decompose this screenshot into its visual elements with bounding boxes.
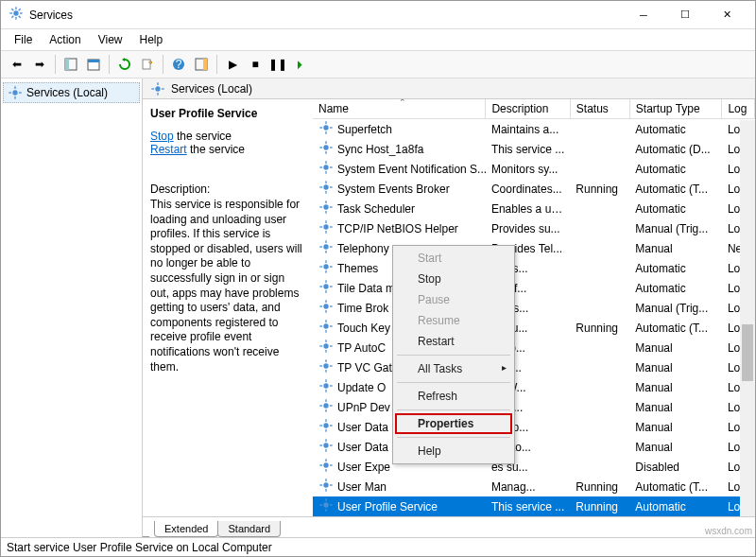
gear-icon	[318, 120, 334, 138]
service-name: User Man	[337, 480, 387, 494]
table-row[interactable]: Sync Host_1a8faThis service ...Automatic…	[313, 139, 755, 159]
menubar: File Action View Help	[1, 29, 755, 50]
table-row[interactable]: Task SchedulerEnables a us...AutomaticLo…	[313, 199, 755, 218]
forward-button[interactable]: ➡	[29, 54, 50, 75]
gear-icon	[318, 378, 334, 396]
svg-point-73	[323, 304, 328, 308]
table-row[interactable]: TP AutoCint .p...ManualLoc	[313, 338, 755, 357]
menu-action[interactable]: Action	[42, 31, 88, 48]
table-row[interactable]: System Event Notification S...Monitors s…	[313, 159, 755, 179]
service-status	[570, 139, 629, 159]
gear-icon	[318, 279, 334, 297]
service-name: Touch Key	[337, 322, 390, 335]
table-row[interactable]: Time Broknates...Manual (Trig...Loc	[313, 298, 755, 318]
context-menu-restart[interactable]: Restart	[395, 331, 512, 352]
col-startup[interactable]: Startup Type	[629, 99, 722, 119]
svg-point-43	[323, 184, 328, 189]
svg-point-18	[12, 90, 17, 95]
context-menu-refresh[interactable]: Refresh	[395, 386, 512, 407]
service-status	[570, 397, 629, 417]
svg-text:?: ?	[176, 58, 182, 71]
context-menu-help[interactable]: Help	[395, 441, 512, 461]
tab-standard[interactable]: Standard	[217, 521, 281, 537]
close-button[interactable]: ✕	[706, 2, 747, 28]
pause-service-button[interactable]: ❚❚	[267, 54, 288, 75]
menu-help[interactable]: Help	[132, 31, 171, 48]
table-row[interactable]: Tile Data mrver f...AutomaticLoc	[313, 278, 755, 298]
start-service-button[interactable]: ▶	[222, 54, 243, 75]
service-name: Superfetch	[337, 123, 392, 136]
table-row[interactable]: User Profile ServiceThis service ...Runn…	[313, 496, 755, 516]
stop-service-button[interactable]: ■	[245, 54, 266, 75]
table-row[interactable]: System Events BrokerCoordinates...Runnin…	[313, 179, 755, 199]
table-row[interactable]: SuperfetchMaintains a...AutomaticLoc	[313, 119, 755, 140]
gear-icon	[318, 497, 334, 515]
table-row[interactable]: TP VC Gatint c...ManualLoc	[313, 357, 755, 377]
service-status: Running	[570, 477, 629, 496]
show-hide-tree-button[interactable]	[60, 54, 81, 75]
svg-point-53	[323, 224, 328, 229]
service-status: Running	[570, 496, 629, 516]
col-logon[interactable]: Log	[722, 99, 755, 119]
table-row[interactable]: User Dataes ap...ManualLoc	[313, 417, 755, 437]
properties-toolbar-button[interactable]	[83, 54, 104, 75]
service-status	[570, 218, 629, 238]
service-status	[570, 377, 629, 397]
help-toolbar-button[interactable]: ?	[168, 54, 189, 75]
table-row[interactable]: TelephonyProvides Tel...ManualNet	[313, 238, 755, 258]
menu-view[interactable]: View	[91, 31, 130, 48]
table-row[interactable]: Themeses us...AutomaticLoc	[313, 258, 755, 278]
back-button[interactable]: ⬅	[7, 54, 27, 75]
refresh-button[interactable]	[114, 54, 135, 75]
svg-point-68	[323, 284, 328, 288]
table-row[interactable]: User ManManag...RunningAutomatic (T...Lo…	[313, 477, 755, 496]
service-name: System Events Broker	[337, 183, 450, 196]
service-startup: Manual	[629, 377, 722, 397]
context-menu-properties[interactable]: Properties	[395, 413, 512, 434]
gear-icon	[318, 299, 334, 317]
restart-link[interactable]: Restart	[150, 143, 187, 156]
col-name[interactable]: Name	[313, 99, 486, 119]
stop-link[interactable]: Stop	[150, 130, 174, 143]
svg-point-93	[323, 383, 328, 388]
svg-rect-13	[143, 60, 150, 69]
svg-point-98	[323, 403, 328, 408]
table-row[interactable]: Update Oes W...ManualLoc	[313, 377, 755, 397]
titlebar[interactable]: Services ─ ☐ ✕	[1, 1, 755, 29]
services-window: Services ─ ☐ ✕ File Action View Help ⬅ ➡…	[0, 0, 756, 557]
tree-root-item[interactable]: Services (Local)	[3, 82, 140, 103]
description-text: This service is responsible for loading …	[150, 198, 305, 374]
gear-icon	[318, 259, 334, 277]
action-pane-button[interactable]	[191, 54, 212, 75]
service-status	[570, 437, 629, 457]
table-row[interactable]: User Expees su...DisabledLoc	[313, 457, 755, 477]
scrollbar-thumb[interactable]	[742, 324, 753, 381]
minimize-button[interactable]: ─	[623, 2, 664, 28]
vertical-scrollbar[interactable]	[740, 120, 755, 516]
panel-title: Services (Local)	[171, 82, 252, 96]
gear-icon	[318, 438, 334, 456]
col-status[interactable]: Status	[570, 99, 629, 119]
watermark: wsxdn.com	[705, 526, 752, 536]
table-row[interactable]: UPnP DevUPn...ManualLoc	[313, 397, 755, 417]
context-menu-all-tasks[interactable]: All Tasks	[395, 358, 512, 379]
tab-extended[interactable]: Extended	[154, 521, 218, 537]
service-list: Name Description Status Startup Type Log…	[313, 99, 755, 516]
menu-file[interactable]: File	[7, 31, 40, 48]
col-description[interactable]: Description	[486, 99, 570, 119]
service-desc: Manag...	[486, 477, 570, 496]
table-row[interactable]: TCP/IP NetBIOS HelperProvides su...Manua…	[313, 218, 755, 238]
service-name: TCP/IP NetBIOS Helper	[337, 222, 458, 235]
service-startup: Automatic	[629, 278, 722, 298]
export-button[interactable]	[137, 54, 158, 75]
table-row[interactable]: User Dataes sto...ManualLoc	[313, 437, 755, 457]
service-startup: Manual	[629, 238, 722, 258]
maximize-button[interactable]: ☐	[664, 2, 706, 28]
restart-service-button[interactable]: ⏵	[290, 54, 311, 75]
svg-rect-12	[88, 60, 99, 62]
service-name: TP VC Gat	[337, 361, 392, 374]
context-menu-stop[interactable]: Stop	[395, 269, 512, 289]
svg-line-8	[19, 9, 21, 10]
table-row[interactable]: Touch Keys Tou...RunningAutomatic (T...L…	[313, 318, 755, 338]
service-name: UPnP Dev	[337, 401, 390, 414]
